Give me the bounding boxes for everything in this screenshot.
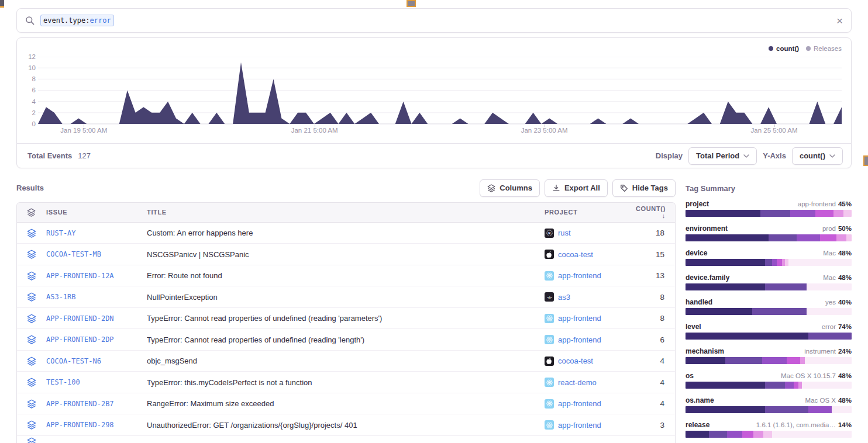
tag-bar[interactable]	[686, 308, 852, 315]
project-link[interactable]: as3	[558, 293, 570, 302]
tag-bar[interactable]	[686, 259, 852, 266]
tag-bar-segment[interactable]	[686, 234, 769, 241]
tag-bar-segment[interactable]	[843, 210, 852, 217]
legend-item-count[interactable]: count()	[769, 45, 799, 52]
tag-bar-segment[interactable]	[788, 259, 852, 266]
tag-bar-segment[interactable]	[815, 210, 833, 217]
project-link[interactable]: cocoa-test	[558, 250, 593, 259]
tag-bar-segment[interactable]	[753, 431, 763, 438]
header-title[interactable]: TITLE	[147, 209, 545, 216]
header-issue[interactable]: ISSUE	[46, 209, 147, 216]
tag-bar-segment[interactable]	[790, 210, 815, 217]
tag-bar[interactable]	[686, 283, 852, 290]
tag-bar-segment[interactable]	[772, 431, 852, 438]
events-chart[interactable]	[38, 57, 842, 124]
tag-bar[interactable]	[686, 210, 852, 217]
tag-bar-segment[interactable]	[686, 431, 709, 438]
issue-link[interactable]: APP-FRONTEND-2B7	[46, 400, 147, 408]
project-link[interactable]: app-frontend	[558, 421, 601, 430]
tag-bar-segment[interactable]	[807, 283, 852, 290]
chart-x-axis: Jan 19 5:00 AMJan 21 5:00 AMJan 23 5:00 …	[38, 127, 842, 136]
tag-bar-segment[interactable]	[846, 234, 852, 241]
tag-bar-segment[interactable]	[763, 431, 771, 438]
tag-bar-segment[interactable]	[686, 259, 765, 266]
tag-bar-segment[interactable]	[794, 382, 799, 389]
tag-bar-segment[interactable]	[686, 210, 760, 217]
header-count-sort[interactable]: COUNT() ↓	[631, 205, 675, 219]
issue-link[interactable]: COCOA-TEST-N6	[46, 357, 147, 365]
project-link[interactable]: rust	[558, 229, 571, 237]
tag-bar-segment[interactable]	[727, 431, 742, 438]
tag-bar-segment[interactable]	[772, 259, 777, 266]
tag-bar[interactable]	[686, 234, 852, 241]
issue-link[interactable]: COCOA-TEST-MB	[46, 250, 147, 258]
project-link[interactable]: app-frontend	[558, 335, 601, 344]
issue-title: NullPointerException	[147, 293, 545, 302]
issue-link[interactable]: APP-FRONTEND-2DN	[46, 314, 147, 323]
tag-bar-segment[interactable]	[686, 406, 765, 413]
header-project[interactable]: PROJECT	[545, 209, 631, 216]
issue-link[interactable]: APP-FRONTEND-298	[46, 421, 147, 429]
hide-tags-button[interactable]: Hide Tags	[612, 179, 676, 197]
tag-top-value: error74%	[822, 323, 852, 330]
project-link[interactable]: app-frontend	[558, 314, 601, 323]
issue-link[interactable]: TEST-100	[46, 378, 147, 386]
tag-bar-segment[interactable]	[797, 234, 820, 241]
tag-bar-segment[interactable]	[686, 382, 765, 389]
tag-bar-segment[interactable]	[686, 283, 765, 290]
tag-bar-segment[interactable]	[808, 333, 852, 340]
tag-bar-segment[interactable]	[686, 333, 808, 340]
tag-bar-segment[interactable]	[833, 210, 843, 217]
tag-bar-segment[interactable]	[765, 406, 808, 413]
tag-bar[interactable]	[686, 431, 852, 438]
tag-bar-segment[interactable]	[820, 234, 836, 241]
tag-bar-segment[interactable]	[808, 406, 832, 413]
tag-bar-segment[interactable]	[686, 308, 752, 315]
tag-bar-segment[interactable]	[832, 406, 852, 413]
legend-item-Releases[interactable]: Releases	[806, 45, 842, 52]
tag-bar-segment[interactable]	[777, 259, 782, 266]
tag-bar[interactable]	[686, 382, 852, 389]
tag-bar-segment[interactable]	[765, 382, 785, 389]
project-link[interactable]: app-frontend	[558, 399, 601, 408]
tag-bar-segment[interactable]	[800, 357, 805, 364]
tag-bar-segment[interactable]	[805, 357, 852, 364]
tag-bar-segment[interactable]	[686, 357, 725, 364]
search-filter-token[interactable]: event.type:error	[40, 15, 114, 26]
issue-link[interactable]: AS3-1RB	[46, 293, 147, 301]
tag-bar-segment[interactable]	[762, 357, 787, 364]
layers-icon	[17, 292, 46, 302]
tag-bar-segment[interactable]	[802, 382, 852, 389]
issue-link[interactable]: RUST-AY	[46, 229, 147, 237]
issue-link[interactable]: APP-FRONTEND-12A	[46, 272, 147, 280]
export-all-button[interactable]: Export All	[545, 179, 608, 197]
project-link[interactable]: cocoa-test	[558, 357, 593, 365]
tag-summary-list: projectapp-frontend45%environmentprod50%…	[686, 200, 852, 438]
tag-bar-segment[interactable]	[769, 234, 797, 241]
display-dropdown[interactable]: Total Period	[688, 147, 757, 165]
tag-bar[interactable]	[686, 406, 852, 413]
tag-bar-segment[interactable]	[725, 357, 762, 364]
project-link[interactable]: react-demo	[558, 378, 597, 387]
tag-bar-segment[interactable]	[742, 431, 754, 438]
tag-bar-segment[interactable]	[765, 283, 807, 290]
tag-top-value: Mac48%	[823, 274, 852, 281]
clear-search-icon[interactable]: ×	[836, 15, 843, 26]
tag-bar-segment[interactable]	[760, 210, 790, 217]
columns-button[interactable]: Columns	[480, 179, 540, 197]
tag-bar-segment[interactable]	[787, 357, 800, 364]
tag-bar-segment[interactable]	[807, 308, 852, 315]
issue-link[interactable]: APP-FRONTEND-2DP	[46, 335, 147, 344]
project-link[interactable]: app-frontend	[558, 271, 601, 280]
tag-bar-segment[interactable]	[836, 234, 846, 241]
tag-bar-segment[interactable]	[752, 308, 807, 315]
x-tick-label: Jan 25 5:00 AM	[751, 127, 798, 134]
search-bar[interactable]: event.type:error ×	[16, 8, 852, 33]
tag-bar[interactable]	[686, 357, 852, 364]
tag-bar-segment[interactable]	[709, 431, 727, 438]
y-axis-dropdown[interactable]: count()	[792, 147, 843, 165]
table-row: AS3-1RBNullPointerException</>as38	[17, 286, 675, 308]
tag-bar-segment[interactable]	[785, 382, 793, 389]
tag-bar-segment[interactable]	[765, 259, 771, 266]
tag-bar[interactable]	[686, 333, 852, 340]
